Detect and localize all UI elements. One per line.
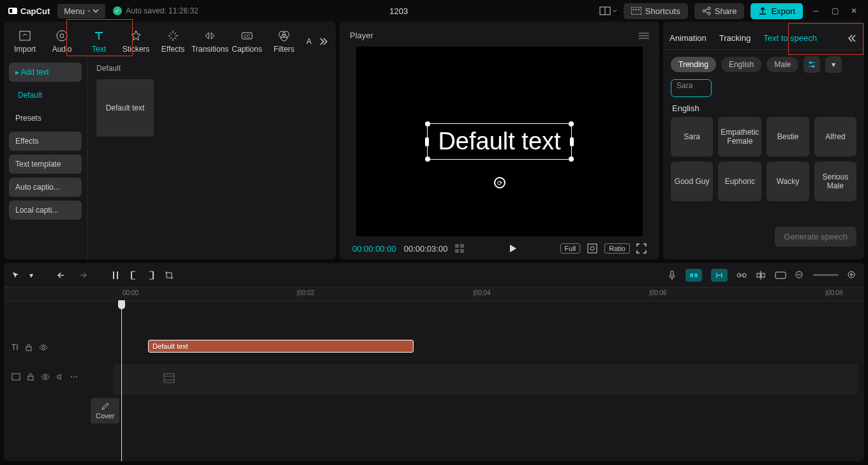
- resize-handle-tl[interactable]: [425, 121, 430, 126]
- resize-handle-r[interactable]: [570, 137, 574, 146]
- svg-point-6: [636, 9, 637, 10]
- lock-icon[interactable]: [25, 344, 33, 351]
- sidebar-local-captions[interactable]: Local capti...: [9, 201, 82, 220]
- preview-toggle[interactable]: [775, 271, 786, 279]
- redo-button[interactable]: [77, 271, 87, 280]
- effects-icon: [167, 29, 179, 42]
- chip-male[interactable]: Male: [767, 57, 798, 72]
- voice-empathetic-female[interactable]: Empathetic Female: [718, 117, 761, 156]
- insp-tab-tts[interactable]: Text to speech: [763, 31, 817, 45]
- tab-audio[interactable]: Audio: [43, 26, 80, 57]
- speaker-icon[interactable]: [56, 373, 64, 381]
- link-button[interactable]: [737, 272, 747, 278]
- maximize-button[interactable]: ▢: [828, 4, 841, 17]
- default-text-thumb[interactable]: Default text: [96, 79, 154, 137]
- voice-wacky[interactable]: Wacky: [767, 162, 809, 201]
- timeline-panel: ▾ 00:00 |00:02 |00:04 |00:06 |00:08: [4, 263, 864, 461]
- magnet-right-button[interactable]: [711, 269, 728, 282]
- close-button[interactable]: ✕: [848, 4, 860, 17]
- shortcuts-button[interactable]: Shortcuts: [624, 3, 688, 19]
- tab-more-partial[interactable]: A: [303, 33, 315, 50]
- resize-handle-bl[interactable]: [425, 156, 430, 162]
- sidebar-auto-captions[interactable]: Auto captio...: [9, 178, 82, 197]
- track-area[interactable]: Default text: [114, 301, 864, 461]
- ratio-button[interactable]: Ratio: [604, 243, 630, 254]
- resize-handle-br[interactable]: [569, 156, 574, 162]
- voice-euphoric[interactable]: Euphoric: [718, 162, 761, 201]
- selected-voice-chip[interactable]: Sara: [671, 79, 712, 97]
- eye-icon[interactable]: [41, 374, 50, 380]
- lock-icon[interactable]: [27, 373, 34, 381]
- menu-button[interactable]: Menu •: [57, 4, 105, 19]
- zoom-in-button[interactable]: [848, 271, 857, 280]
- player-menu-button[interactable]: [639, 32, 649, 40]
- filter-settings-button[interactable]: [804, 56, 820, 73]
- playhead-knob[interactable]: [118, 300, 125, 309]
- scale-icon[interactable]: [587, 243, 598, 254]
- split-tool[interactable]: [111, 270, 120, 280]
- tab-captions[interactable]: CCCaptions: [228, 26, 266, 57]
- sidebar-add-text[interactable]: ▸ Add text: [9, 63, 82, 82]
- undo-button[interactable]: [57, 271, 68, 280]
- layout-button[interactable]: [599, 6, 617, 15]
- resize-handle-tr[interactable]: [569, 121, 574, 126]
- grid-icon[interactable]: [455, 244, 465, 253]
- filter-dropdown[interactable]: ▾: [825, 56, 842, 73]
- voice-bestie[interactable]: Bestie: [767, 117, 809, 156]
- text-sidebar: ▸ Add text Default Presets Effects Text …: [4, 57, 87, 259]
- timeline-ruler[interactable]: 00:00 |00:02 |00:04 |00:06 |00:08: [4, 287, 864, 301]
- insp-tab-tracking[interactable]: Tracking: [719, 31, 751, 45]
- sidebar-presets[interactable]: Presets: [9, 109, 82, 128]
- tab-text[interactable]: Text: [80, 26, 117, 57]
- trim-right-tool[interactable]: [147, 270, 156, 280]
- export-button[interactable]: Export: [751, 3, 803, 19]
- trim-left-tool[interactable]: [129, 270, 138, 280]
- pencil-icon: [101, 402, 110, 411]
- select-tool[interactable]: [11, 271, 20, 280]
- align-button[interactable]: [756, 271, 766, 280]
- collapse-inspector-button[interactable]: [848, 33, 858, 43]
- chip-trending[interactable]: Trending: [671, 57, 716, 72]
- zoom-out-button[interactable]: [795, 271, 804, 280]
- magnet-left-button[interactable]: [685, 269, 702, 282]
- tab-transitions[interactable]: Transitions: [191, 26, 228, 57]
- rotate-handle[interactable]: ⟳: [494, 177, 505, 188]
- mic-button[interactable]: [668, 270, 677, 280]
- tab-filters[interactable]: Filters: [266, 26, 303, 57]
- minimize-button[interactable]: ─: [809, 4, 822, 17]
- voice-serious-male[interactable]: Serious Male: [814, 162, 857, 201]
- video-preview[interactable]: Default text ⟳: [356, 47, 643, 236]
- zoom-slider[interactable]: [813, 274, 839, 276]
- video-track-lane[interactable]: [114, 364, 858, 395]
- playhead[interactable]: [121, 301, 122, 461]
- crop-tool[interactable]: [165, 271, 174, 280]
- svg-rect-1: [10, 9, 12, 13]
- sidebar-default[interactable]: Default: [9, 86, 82, 105]
- full-button[interactable]: Full: [560, 243, 581, 254]
- more-tabs-button[interactable]: [315, 34, 331, 49]
- tab-effects[interactable]: Effects: [154, 26, 191, 57]
- play-button[interactable]: [507, 243, 518, 254]
- voice-alfred[interactable]: Alfred: [814, 117, 857, 156]
- chip-english[interactable]: English: [721, 57, 761, 72]
- eye-icon[interactable]: [39, 344, 48, 351]
- cursor-icon: [11, 271, 20, 280]
- track-more-button[interactable]: ⋯: [70, 372, 78, 381]
- sidebar-text-template[interactable]: Text template: [9, 155, 82, 174]
- select-mode-dropdown[interactable]: ▾: [29, 271, 33, 280]
- voice-good-guy[interactable]: Good Guy: [671, 162, 713, 201]
- generate-speech-button[interactable]: Generate speech: [775, 227, 857, 247]
- tab-stickers[interactable]: Stickers: [117, 26, 154, 57]
- share-button[interactable]: Share: [694, 3, 745, 19]
- text-selection-box[interactable]: Default text ⟳: [427, 123, 571, 160]
- voice-sara[interactable]: Sara: [671, 117, 713, 156]
- sidebar-effects[interactable]: Effects: [9, 132, 82, 151]
- insp-tab-animation[interactable]: Animation: [670, 31, 707, 45]
- undo-icon: [57, 271, 68, 280]
- import-icon: [19, 29, 31, 42]
- fullscreen-icon[interactable]: [636, 243, 647, 254]
- tab-import[interactable]: Import: [6, 26, 43, 57]
- media-panel: Import Audio Text Stickers Effects Trans…: [4, 22, 336, 259]
- text-clip[interactable]: Default text: [148, 340, 414, 353]
- resize-handle-l[interactable]: [425, 137, 429, 146]
